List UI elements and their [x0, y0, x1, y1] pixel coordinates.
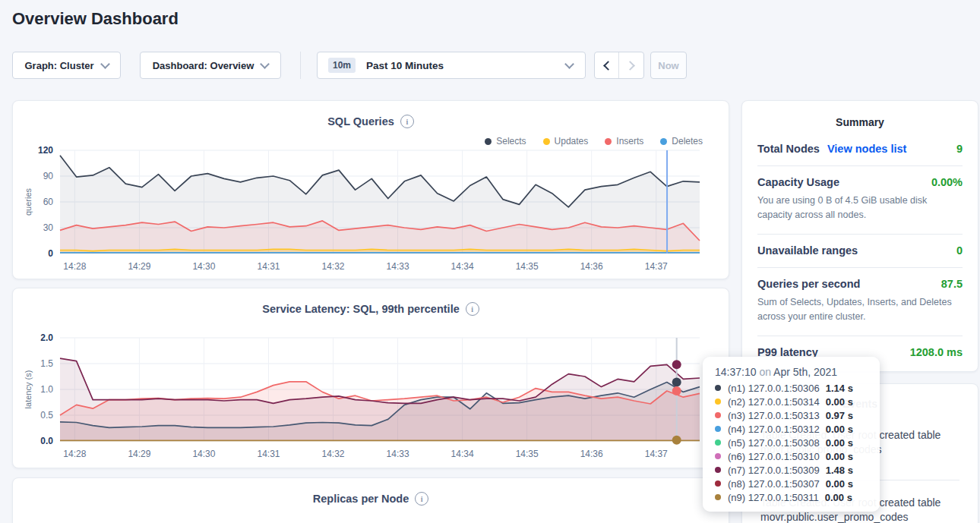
svg-text:14:29: 14:29 [128, 449, 150, 459]
node-latency-value: 0.00 s [826, 478, 853, 490]
sql-queries-card: SQL Queries i SelectsUpdatesInsertsDelet… [12, 100, 729, 279]
svg-text:14:30: 14:30 [192, 261, 215, 272]
node-latency-value: 0.97 s [826, 410, 853, 421]
y-axis-unit-label: queries [24, 187, 33, 216]
tooltip-node-row: (n5) 127.0.0.1:503080.00 s [715, 436, 868, 449]
node-color-dot [715, 440, 721, 446]
tooltip-node-row: (n7) 127.0.0.1:503091.48 s [715, 463, 868, 477]
hover-point-dot [672, 360, 681, 369]
capacity-usage-label: Capacity Usage [757, 176, 839, 188]
qps-desc: Sum of Selects, Updates, Inserts, and De… [757, 295, 963, 325]
info-icon[interactable]: i [400, 115, 414, 128]
now-button-label: Now [658, 60, 678, 71]
info-icon[interactable]: i [415, 492, 428, 506]
svg-text:120: 120 [38, 145, 53, 156]
event-line: movr.public.user_promo_codes [760, 510, 959, 523]
node-latency-value: 0.00 s [825, 492, 852, 503]
node-color-dot [715, 453, 721, 459]
node-latency-value: 0.00 s [826, 437, 853, 449]
node-color-dot [715, 467, 721, 473]
tooltip-timestamp: 14:37:10 on Apr 5th, 2021 [715, 366, 868, 378]
tooltip-node-row: (n8) 127.0.0.1:503070.00 s [715, 477, 868, 490]
dashboard-dropdown[interactable]: Dashboard: Overview [140, 52, 281, 79]
svg-text:60: 60 [43, 197, 54, 207]
svg-text:14:34: 14:34 [451, 449, 474, 459]
overview-dashboard-page: Overview Dashboard Graph: Cluster Dashbo… [0, 0, 980, 523]
node-color-dot [715, 412, 721, 418]
summary-title: Summary [757, 101, 963, 133]
unavailable-ranges-value: 0 [956, 244, 963, 257]
node-address: (n2) 127.0.0.1:50314 [728, 396, 820, 408]
service-latency-card: Service Latency: SQL, 99th percentile i … [12, 288, 729, 468]
svg-text:14:30: 14:30 [192, 449, 215, 459]
node-address: (n6) 127.0.0.1:50310 [728, 451, 820, 462]
tooltip-node-row: (n2) 127.0.0.1:503140.00 s [715, 395, 868, 408]
sql-queries-title: SQL Queries i [13, 101, 729, 128]
node-address: (n1) 127.0.0.1:50306 [728, 383, 820, 394]
svg-text:14:31: 14:31 [257, 261, 280, 272]
svg-text:2.0: 2.0 [40, 332, 53, 343]
info-icon[interactable]: i [466, 302, 479, 316]
svg-text:14:34: 14:34 [451, 261, 474, 272]
qps-label: Queries per second [757, 278, 860, 290]
node-color-dot [715, 480, 721, 487]
summary-row-capacity-usage: Capacity Usage 0.00% You are using 0 B o… [757, 166, 963, 235]
svg-text:90: 90 [43, 171, 54, 181]
chevron-left-icon [603, 61, 613, 71]
hover-point-dot [672, 377, 681, 386]
summary-row-unavailable-ranges: Unavailable ranges 0 [757, 235, 963, 268]
view-nodes-list-link[interactable]: View nodes list [827, 143, 907, 155]
svg-text:14:28: 14:28 [63, 449, 86, 459]
summary-row-total-nodes: Total Nodes View nodes list 9 [757, 133, 963, 166]
node-address: (n9) 127.0.0.1:50311 [728, 492, 819, 503]
node-address: (n5) 127.0.0.1:50308 [728, 437, 820, 449]
svg-text:14:28: 14:28 [63, 261, 86, 272]
replicas-per-node-card: Replicas per Node i [12, 477, 729, 523]
service-latency-chart[interactable]: 14:2814:2914:3014:3114:3214:3314:3414:35… [13, 331, 730, 465]
tooltip-node-row: (n6) 127.0.0.1:503100.00 s [715, 449, 868, 463]
time-step-buttons [594, 52, 644, 79]
svg-text:14:35: 14:35 [516, 449, 539, 459]
svg-text:14:32: 14:32 [322, 261, 345, 272]
svg-text:0.0: 0.0 [40, 436, 53, 446]
hover-point-dot [672, 436, 681, 445]
p99-latency-value: 1208.0 ms [910, 346, 963, 358]
svg-text:14:37: 14:37 [645, 449, 668, 459]
now-button[interactable]: Now [650, 52, 687, 79]
node-latency-value: 0.00 s [826, 396, 853, 408]
summary-card: Summary Total Nodes View nodes list 9 Ca… [741, 100, 978, 372]
time-range-selector[interactable]: 10m Past 10 Minutes [317, 52, 586, 79]
tooltip-node-row: (n4) 127.0.0.1:503120.00 s [715, 422, 868, 436]
replicas-per-node-title: Replicas per Node i [13, 478, 729, 506]
prev-time-button[interactable] [595, 52, 619, 78]
svg-text:14:33: 14:33 [387, 449, 409, 459]
node-color-dot [715, 399, 721, 405]
node-address: (n8) 127.0.0.1:50307 [728, 478, 820, 490]
time-range-badge: 10m [328, 58, 356, 73]
graph-scope-label: Graph: Cluster [24, 60, 93, 71]
tooltip-on: on [759, 366, 771, 378]
chevron-right-icon [625, 61, 635, 71]
service-latency-title-text: Service Latency: SQL, 99th percentile [262, 303, 460, 315]
svg-text:30: 30 [43, 222, 54, 233]
replicas-title-text: Replicas per Node [313, 493, 409, 505]
node-color-dot [715, 385, 721, 391]
service-latency-title: Service Latency: SQL, 99th percentile i [13, 288, 729, 316]
next-time-button[interactable] [619, 52, 643, 78]
y-axis-unit-label: latency (s) [24, 370, 33, 409]
graph-scope-dropdown[interactable]: Graph: Cluster [12, 52, 121, 79]
sql-queries-title-text: SQL Queries [327, 115, 394, 128]
svg-text:14:29: 14:29 [128, 261, 150, 272]
unavailable-ranges-label: Unavailable ranges [757, 244, 858, 257]
svg-text:14:36: 14:36 [580, 449, 603, 459]
svg-text:0: 0 [48, 248, 53, 259]
sql-queries-chart[interactable]: 14:2814:2914:3014:3114:3214:3314:3414:35… [13, 143, 730, 277]
node-latency-value: 1.14 s [826, 383, 853, 394]
node-address: (n4) 127.0.0.1:50312 [728, 424, 820, 435]
node-color-dot [715, 426, 721, 432]
dashboard-label: Dashboard: Overview [153, 60, 254, 71]
total-nodes-label: Total Nodes [757, 143, 820, 155]
page-title: Overview Dashboard [12, 9, 179, 29]
chevron-down-icon [564, 59, 574, 69]
svg-text:14:31: 14:31 [257, 449, 280, 459]
